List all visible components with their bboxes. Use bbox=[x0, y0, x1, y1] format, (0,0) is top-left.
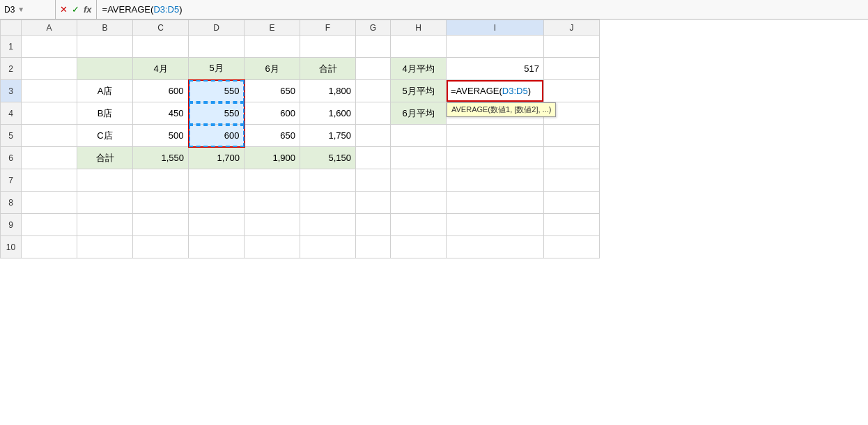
cell-D10[interactable] bbox=[189, 236, 245, 258]
cell-I5[interactable] bbox=[447, 125, 544, 147]
cell-J7[interactable] bbox=[544, 169, 600, 192]
cell-G6[interactable] bbox=[356, 147, 391, 169]
cell-E8[interactable] bbox=[245, 192, 300, 214]
cell-I8[interactable] bbox=[447, 192, 544, 214]
row-header-6[interactable]: 6 bbox=[1, 147, 22, 169]
cell-I10[interactable] bbox=[447, 236, 544, 258]
cell-E3[interactable]: 650 bbox=[245, 80, 300, 102]
cell-I7[interactable] bbox=[447, 169, 544, 192]
cell-A10[interactable] bbox=[22, 236, 77, 258]
col-header-C[interactable]: C bbox=[133, 20, 189, 36]
cell-G8[interactable] bbox=[356, 192, 391, 214]
cell-G2[interactable] bbox=[356, 58, 391, 80]
col-header-F[interactable]: F bbox=[300, 20, 356, 36]
cell-F2[interactable]: 合計 bbox=[300, 58, 356, 80]
cell-H3[interactable]: 5月平均 bbox=[391, 80, 447, 102]
cell-C10[interactable] bbox=[133, 236, 189, 258]
col-header-D[interactable]: D bbox=[189, 20, 245, 36]
cell-J2[interactable] bbox=[544, 58, 600, 80]
cell-F8[interactable] bbox=[300, 192, 356, 214]
cell-A2[interactable] bbox=[22, 58, 77, 80]
cell-B8[interactable] bbox=[77, 192, 133, 214]
cell-E6[interactable]: 1,900 bbox=[245, 147, 300, 169]
confirm-formula-icon[interactable]: ✓ bbox=[72, 4, 79, 15]
cell-B3[interactable]: A店 bbox=[77, 80, 133, 102]
cell-D7[interactable] bbox=[189, 169, 245, 192]
cell-J10[interactable] bbox=[544, 236, 600, 258]
cell-A1[interactable] bbox=[22, 36, 77, 58]
cell-B4[interactable]: B店 bbox=[77, 102, 133, 125]
cell-A8[interactable] bbox=[22, 192, 77, 214]
cell-I2[interactable]: 517 bbox=[447, 58, 544, 80]
cell-A6[interactable] bbox=[22, 147, 77, 169]
cell-J1[interactable] bbox=[544, 36, 600, 58]
cell-B5[interactable]: C店 bbox=[77, 125, 133, 147]
cell-C8[interactable] bbox=[133, 192, 189, 214]
cell-E7[interactable] bbox=[245, 169, 300, 192]
cell-H10[interactable] bbox=[391, 236, 447, 258]
cell-B9[interactable] bbox=[77, 214, 133, 236]
row-header-8[interactable]: 8 bbox=[1, 192, 22, 214]
cell-E9[interactable] bbox=[245, 214, 300, 236]
cell-G5[interactable] bbox=[356, 125, 391, 147]
cell-reference-box[interactable]: D3 ▼ bbox=[0, 0, 56, 19]
cell-D1[interactable] bbox=[189, 36, 245, 58]
cell-D8[interactable] bbox=[189, 192, 245, 214]
cell-E2[interactable]: 6月 bbox=[245, 58, 300, 80]
cell-C5[interactable]: 500 bbox=[133, 125, 189, 147]
row-header-10[interactable]: 10 bbox=[1, 236, 22, 258]
cell-E10[interactable] bbox=[245, 236, 300, 258]
col-header-G[interactable]: G bbox=[356, 20, 391, 36]
cell-B6[interactable]: 合計 bbox=[77, 147, 133, 169]
row-header-5[interactable]: 5 bbox=[1, 125, 22, 147]
cell-G7[interactable] bbox=[356, 169, 391, 192]
cancel-formula-icon[interactable]: ✕ bbox=[60, 4, 68, 15]
cell-B10[interactable] bbox=[77, 236, 133, 258]
cell-D5[interactable]: 600 bbox=[189, 125, 245, 147]
cell-A5[interactable] bbox=[22, 125, 77, 147]
cell-C6[interactable]: 1,550 bbox=[133, 147, 189, 169]
cell-A3[interactable] bbox=[22, 80, 77, 102]
col-header-B[interactable]: B bbox=[77, 20, 133, 36]
cell-H2[interactable]: 4月平均 bbox=[391, 58, 447, 80]
cell-F5[interactable]: 1,750 bbox=[300, 125, 356, 147]
cell-I1[interactable] bbox=[447, 36, 544, 58]
cell-I9[interactable] bbox=[447, 214, 544, 236]
cell-C7[interactable] bbox=[133, 169, 189, 192]
cell-C3[interactable]: 600 bbox=[133, 80, 189, 102]
cell-E1[interactable] bbox=[245, 36, 300, 58]
cell-J9[interactable] bbox=[544, 214, 600, 236]
cell-H7[interactable] bbox=[391, 169, 447, 192]
cell-D4[interactable]: 550 bbox=[189, 102, 245, 125]
cell-J3[interactable] bbox=[544, 80, 600, 102]
cell-J5[interactable] bbox=[544, 125, 600, 147]
cell-G4[interactable] bbox=[356, 102, 391, 125]
cell-B1[interactable] bbox=[77, 36, 133, 58]
cell-D2[interactable]: 5月 bbox=[189, 58, 245, 80]
cell-H6[interactable] bbox=[391, 147, 447, 169]
cell-E5[interactable]: 650 bbox=[245, 125, 300, 147]
cell-B2[interactable] bbox=[77, 58, 133, 80]
row-header-7[interactable]: 7 bbox=[1, 169, 22, 192]
cell-I6[interactable] bbox=[447, 147, 544, 169]
cell-G3[interactable] bbox=[356, 80, 391, 102]
col-header-I[interactable]: I bbox=[447, 20, 544, 36]
row-header-1[interactable]: 1 bbox=[1, 36, 22, 58]
cell-D6[interactable]: 1,700 bbox=[189, 147, 245, 169]
cell-C1[interactable] bbox=[133, 36, 189, 58]
row-header-4[interactable]: 4 bbox=[1, 102, 22, 125]
cell-H4[interactable]: 6月平均 bbox=[391, 102, 447, 125]
cell-J8[interactable] bbox=[544, 192, 600, 214]
cell-F4[interactable]: 1,600 bbox=[300, 102, 356, 125]
row-header-9[interactable]: 9 bbox=[1, 214, 22, 236]
cell-D3[interactable]: 550 bbox=[189, 80, 245, 102]
cell-G10[interactable] bbox=[356, 236, 391, 258]
cell-G1[interactable] bbox=[356, 36, 391, 58]
cell-A9[interactable] bbox=[22, 214, 77, 236]
col-header-J[interactable]: J bbox=[544, 20, 600, 36]
cell-C9[interactable] bbox=[133, 214, 189, 236]
cell-F1[interactable] bbox=[300, 36, 356, 58]
col-header-E[interactable]: E bbox=[245, 20, 300, 36]
row-header-3[interactable]: 3 bbox=[1, 80, 22, 102]
cell-C2[interactable]: 4月 bbox=[133, 58, 189, 80]
